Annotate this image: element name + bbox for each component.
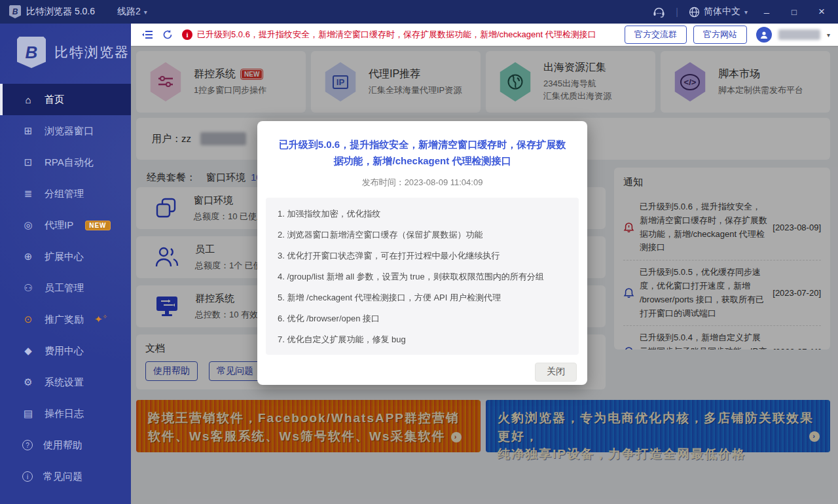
sidebar-item-faq[interactable]: i 常见问题 (0, 461, 131, 492)
sidebar-item-label: 常见问题 (43, 471, 82, 483)
robot-icon: ⊡ (22, 156, 34, 168)
sidebar-logo: B 比特浏览器 (0, 24, 131, 84)
language-label: 简体中文 (704, 6, 740, 18)
extension-icon: ⊕ (22, 251, 34, 262)
account-name-redacted[interactable] (778, 29, 820, 40)
sidebar-item-label: 系统设置 (45, 376, 84, 389)
language-selector[interactable]: 简体中文 ▾ (689, 6, 748, 18)
topbar: i 已升级到5.0.6，提升指纹安全，新增清空窗口缓存时，保存扩展数据功能，新增… (131, 24, 838, 46)
upgrade-notice: 已升级到5.0.6，提升指纹安全，新增清空窗口缓存时，保存扩展数据功能，新增/c… (197, 29, 596, 41)
chevron-down-icon: ▾ (744, 9, 748, 16)
support-headset-icon[interactable] (653, 7, 665, 18)
changelog-item: 3. 优化打开窗口状态弹窗，可在打开过程中最小化继续执行 (278, 245, 567, 266)
sidebar-item-rpa[interactable]: ⊡ RPA自动化 (0, 147, 131, 178)
sidebar-item-label: 推广奖励 (45, 314, 84, 326)
people-icon: ⚇ (22, 282, 34, 294)
sidebar-item-label: 分组管理 (45, 188, 84, 200)
sidebar-item-extensions[interactable]: ⊕ 扩展中心 (0, 241, 131, 272)
changelog-item: 5. 新增 /checkagent 代理检测接口，方便 API 用户检测代理 (278, 287, 567, 308)
chevron-down-icon: ▾ (144, 9, 147, 16)
official-site-button[interactable]: 官方网站 (693, 26, 747, 44)
changelog-item: 7. 优化自定义扩展功能，修复 bug (278, 329, 567, 350)
shield-icon: ◆ (22, 345, 34, 357)
sidebar-item-label: 浏览器窗口 (45, 125, 94, 137)
home-icon: ⌂ (22, 94, 34, 105)
sidebar-item-label: 使用帮助 (43, 439, 82, 452)
alert-info-icon: i (182, 29, 192, 40)
layers-icon: ≣ (22, 188, 34, 200)
location-pin-icon: ◎ (22, 219, 34, 231)
line-selector-label: 线路2 (117, 6, 141, 18)
divider: | (676, 7, 678, 17)
sidebar-nav: ⌂ 首页 ⊞ 浏览器窗口 ⊡ RPA自动化 ≣ 分组管理 ◎ 代理IP NEW … (0, 84, 131, 504)
line-selector[interactable]: 线路2 ▾ (117, 6, 147, 18)
sidebar-item-label: 员工管理 (45, 282, 84, 295)
update-dialog: 已升级到5.0.6，提升指纹安全，新增清空窗口缓存时，保存扩展数据功能，新增/c… (257, 121, 587, 385)
new-badge: NEW (85, 221, 110, 230)
sidebar-item-settings[interactable]: ⚙ 系统设置 (0, 367, 131, 398)
log-icon: ▤ (22, 408, 34, 420)
info-circle-icon: i (22, 471, 33, 482)
reward-coin-icon: ⊙ (22, 314, 34, 325)
sidebar-item-logs[interactable]: ▤ 操作日志 (0, 398, 131, 429)
titlebar: B 比特浏览器 5.0.6 线路2 ▾ | 简体中文 ▾ – □ × (0, 0, 838, 24)
avatar[interactable] (756, 27, 772, 43)
windows-grid-icon: ⊞ (22, 125, 34, 137)
sidebar: B 比特浏览器 ⌂ 首页 ⊞ 浏览器窗口 ⊡ RPA自动化 ≣ 分组管理 ◎ 代… (0, 24, 131, 504)
dialog-title: 已升级到5.0.6，提升指纹安全，新增清空窗口缓存时，保存扩展数据功能，新增/c… (277, 137, 568, 170)
official-group-button[interactable]: 官方交流群 (625, 26, 687, 44)
close-button[interactable]: × (813, 5, 830, 18)
app-logo-icon: B (9, 5, 21, 18)
sidebar-item-promotion[interactable]: ⊙ 推广奖励 ✦✧ (0, 304, 131, 335)
collapse-menu-icon[interactable] (141, 30, 153, 39)
sidebar-item-home[interactable]: ⌂ 首页 (0, 84, 131, 115)
brand-name: 比特浏览器 (54, 43, 130, 62)
maximize-button[interactable]: □ (786, 7, 803, 17)
refresh-icon[interactable] (162, 29, 173, 40)
sidebar-item-browser-windows[interactable]: ⊞ 浏览器窗口 (0, 115, 131, 147)
dialog-publish-time: 发布时间：2023-08-09 11:04:09 (257, 177, 587, 189)
dialog-changelog: 1. 加强指纹加密，优化指纹 2. 浏览器窗口新增清空窗口缓存（保留扩展数据）功… (266, 198, 579, 355)
sidebar-item-employees[interactable]: ⚇ 员工管理 (0, 272, 131, 304)
sidebar-item-groups[interactable]: ≣ 分组管理 (0, 178, 131, 209)
question-circle-icon: ? (22, 440, 33, 450)
minimize-button[interactable]: – (758, 7, 775, 18)
sidebar-item-label: 首页 (45, 94, 64, 106)
gear-icon: ⚙ (22, 376, 34, 388)
globe-icon (689, 7, 700, 18)
sidebar-item-label: 操作日志 (45, 408, 84, 420)
sidebar-item-label: 代理IP (45, 219, 73, 232)
brand-shield-icon: B (17, 37, 46, 68)
changelog-item: 4. /group/list 新增 all 参数，设置为 true，则获取权限范… (278, 266, 567, 287)
sidebar-item-label: RPA自动化 (45, 156, 94, 169)
sidebar-item-help[interactable]: ? 使用帮助 (0, 429, 131, 461)
app-title: 比特浏览器 5.0.6 (26, 6, 95, 18)
sparkle-icon: ✦✧ (94, 314, 107, 325)
sidebar-item-label: 费用中心 (45, 345, 84, 357)
chevron-down-icon[interactable]: ▾ (827, 31, 830, 39)
sidebar-item-billing[interactable]: ◆ 费用中心 (0, 335, 131, 367)
changelog-item: 1. 加强指纹加密，优化指纹 (278, 204, 567, 225)
sidebar-item-label: 扩展中心 (45, 251, 84, 263)
dialog-close-button[interactable]: 关闭 (535, 363, 577, 382)
changelog-item: 2. 浏览器窗口新增清空窗口缓存（保留扩展数据）功能 (278, 225, 567, 245)
changelog-item: 6. 优化 /browser/open 接口 (278, 308, 567, 329)
user-icon (759, 30, 769, 39)
sidebar-item-proxy-ip[interactable]: ◎ 代理IP NEW (0, 209, 131, 241)
